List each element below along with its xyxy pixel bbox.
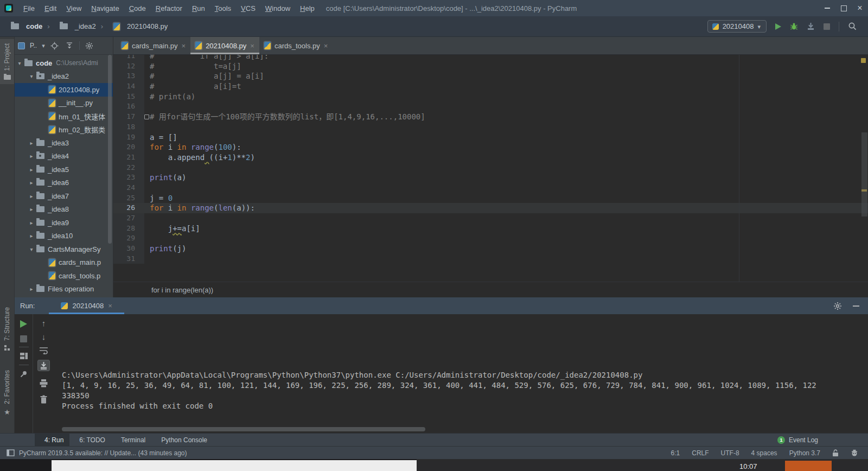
fold-marker-icon[interactable] — [144, 132, 150, 143]
coverage-button[interactable] — [807, 22, 815, 30]
tree-item[interactable]: __init__.py — [15, 97, 113, 110]
fold-marker-icon[interactable] — [144, 254, 150, 264]
fold-marker-icon[interactable] — [144, 183, 150, 193]
tree-item[interactable]: _idea5 — [15, 163, 113, 176]
editor-tab[interactable]: cards_main.py — [117, 37, 190, 54]
status-item[interactable]: Python 3.7 — [789, 449, 820, 457]
fold-marker-icon[interactable] — [144, 112, 150, 122]
tree-item[interactable]: _idea10 — [15, 230, 113, 243]
project-view-selector[interactable]: P.. — [30, 42, 37, 49]
gear-icon[interactable] — [833, 302, 842, 310]
collapse-all-icon[interactable] — [65, 41, 74, 50]
toolwindow-tab-structure[interactable]: 7: Structure — [0, 307, 14, 351]
tree-item[interactable]: _idea9 — [15, 216, 113, 230]
event-log-button[interactable]: 1 Event Log — [777, 436, 818, 444]
minimize-icon[interactable] — [819, 0, 835, 16]
tree-expand-icon[interactable] — [28, 220, 35, 226]
stop-button[interactable] — [824, 23, 830, 30]
down-stack-trace-icon[interactable]: ↓ — [42, 333, 46, 341]
fold-marker-icon[interactable] — [144, 173, 150, 183]
tab-close-icon[interactable] — [108, 302, 112, 310]
editor-tab[interactable]: 20210408.py — [190, 37, 259, 54]
menu-item[interactable]: VCS — [236, 4, 260, 12]
tree-item[interactable]: 20210408.py — [15, 83, 113, 97]
run-console[interactable]: C:\Users\Administrator\AppData\Local\Pro… — [54, 314, 868, 433]
fold-marker-icon[interactable] — [144, 213, 150, 224]
tree-expand-icon[interactable] — [28, 73, 35, 79]
fold-marker-icon[interactable] — [144, 81, 150, 92]
tree-expand-icon[interactable] — [28, 140, 35, 146]
tree-item[interactable]: _idea6 — [15, 176, 113, 190]
menu-item[interactable]: View — [61, 4, 86, 12]
console-horizontal-scrollbar[interactable] — [62, 427, 425, 431]
scroll-to-end-button[interactable] — [37, 360, 50, 371]
editor-scrollbar[interactable] — [861, 132, 867, 217]
readonly-lock-icon[interactable] — [832, 449, 839, 457]
tree-item[interactable]: _idea3 — [15, 136, 113, 150]
toolwindow-button[interactable]: 4: Run — [35, 434, 69, 447]
stop-button[interactable] — [20, 335, 27, 342]
fold-marker-icon[interactable] — [144, 122, 150, 132]
tab-close-icon[interactable] — [182, 42, 186, 50]
search-everywhere-icon[interactable] — [848, 22, 857, 31]
status-item[interactable]: UTF-8 — [721, 449, 739, 457]
status-item[interactable]: 4 spaces — [751, 449, 777, 457]
toolwindow-switcher-icon[interactable] — [7, 449, 15, 457]
fold-marker-icon[interactable] — [144, 152, 150, 163]
tree-expand-icon[interactable] — [28, 233, 35, 239]
fold-marker-icon[interactable] — [144, 142, 150, 152]
run-tab[interactable]: 20210408 — [49, 297, 124, 314]
gear-icon[interactable] — [85, 41, 94, 50]
breadcrumb-item[interactable]: code — [10, 22, 42, 30]
tab-close-icon[interactable] — [324, 42, 328, 50]
debug-button[interactable] — [790, 22, 798, 30]
tree-item[interactable]: _idea7 — [15, 189, 113, 203]
tree-item[interactable]: code C:\Users\Admi — [15, 56, 113, 70]
tree-item[interactable]: CartsManagerSy — [15, 243, 113, 256]
hide-panel-icon[interactable] — [853, 305, 859, 307]
breadcrumb-item[interactable]: _idea2 — [42, 22, 95, 30]
run-button[interactable] — [775, 23, 781, 30]
highlighting-level-icon[interactable] — [851, 449, 858, 457]
taskbar-app-window[interactable] — [52, 460, 417, 471]
tree-item[interactable]: Files operation — [15, 283, 113, 296]
locate-file-icon[interactable] — [50, 41, 60, 50]
fold-marker-icon[interactable] — [144, 101, 150, 112]
status-item[interactable]: 6:1 — [671, 449, 680, 457]
restore-layout-icon[interactable] — [20, 352, 28, 360]
fold-marker-icon[interactable] — [144, 193, 150, 203]
fold-marker-icon[interactable] — [144, 71, 150, 81]
status-item[interactable]: CRLF — [692, 449, 709, 457]
tree-expand-icon[interactable] — [28, 153, 35, 159]
fold-marker-icon[interactable] — [144, 203, 150, 213]
menu-item[interactable]: Edit — [40, 4, 61, 12]
taskbar-highlighted-app[interactable] — [785, 461, 832, 471]
menu-item[interactable]: Run — [187, 4, 210, 12]
fold-marker-icon[interactable] — [144, 224, 150, 234]
toolwindow-tab-favorites[interactable]: 2: Favorites ★ — [0, 370, 14, 416]
tree-item[interactable]: cards_tools.p — [15, 269, 113, 283]
tree-expand-icon[interactable] — [28, 167, 35, 173]
tree-item[interactable]: _idea8 — [15, 203, 113, 217]
menu-item[interactable]: Navigate — [86, 4, 124, 12]
fold-marker-icon[interactable] — [144, 244, 150, 254]
tree-item[interactable]: hm_02_数据类 — [15, 123, 113, 137]
fold-marker-icon[interactable] — [144, 92, 150, 102]
menu-item[interactable]: Code — [124, 4, 151, 12]
status-message[interactable]: PyCharm 2019.3.5 available: // Update...… — [19, 449, 187, 457]
up-stack-trace-icon[interactable]: ↑ — [42, 319, 46, 327]
fold-marker-icon[interactable] — [144, 163, 150, 173]
tree-expand-icon[interactable] — [28, 180, 35, 186]
tree-expand-icon[interactable] — [28, 246, 35, 252]
tree-expand-icon[interactable] — [28, 286, 35, 292]
soft-wrap-icon[interactable] — [39, 346, 48, 354]
print-icon[interactable] — [39, 379, 48, 387]
menu-item[interactable]: File — [18, 4, 40, 12]
warning-stripe-mark[interactable] — [861, 189, 867, 192]
fold-marker-icon[interactable] — [144, 61, 150, 72]
file-status-warning-indicator[interactable] — [861, 58, 866, 63]
tree-expand-icon[interactable] — [16, 60, 23, 66]
tab-close-icon[interactable] — [250, 42, 254, 50]
menu-item[interactable]: Tools — [210, 4, 236, 12]
editor-tab[interactable]: cards_tools.py — [259, 37, 333, 54]
